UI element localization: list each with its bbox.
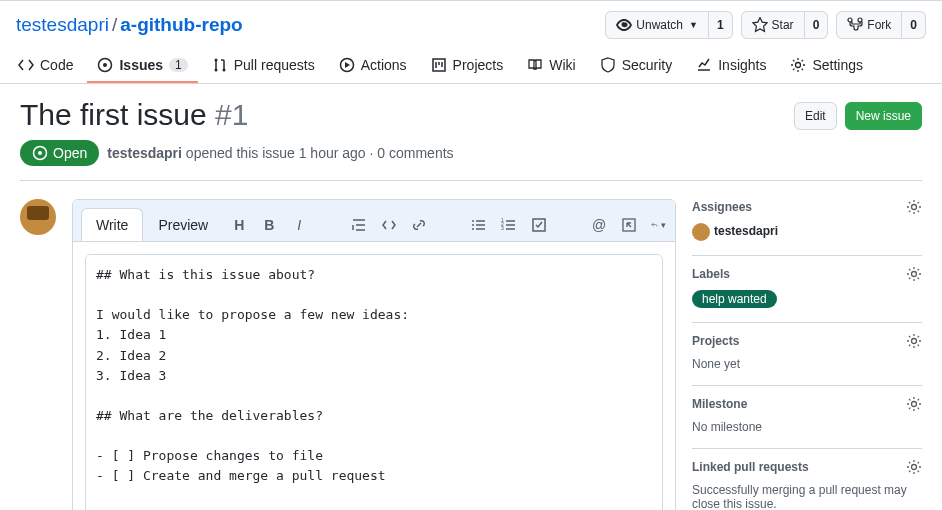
shield-icon [600, 57, 616, 73]
comment-textarea[interactable] [85, 254, 663, 510]
svg-point-11 [472, 224, 474, 226]
issue-icon [97, 57, 113, 73]
project-icon [431, 57, 447, 73]
tab-insights[interactable]: Insights [686, 49, 776, 83]
gear-icon[interactable] [906, 333, 922, 349]
code-icon[interactable] [381, 217, 397, 233]
fork-icon [847, 17, 863, 33]
star-count[interactable]: 0 [805, 11, 829, 39]
pull-icon [212, 57, 228, 73]
svg-point-12 [472, 228, 474, 230]
link-icon[interactable] [411, 217, 427, 233]
svg-point-7 [796, 63, 801, 68]
svg-point-2 [214, 59, 217, 62]
italic-icon[interactable]: I [291, 217, 307, 233]
tasklist-icon[interactable] [531, 217, 547, 233]
svg-point-4 [222, 69, 225, 72]
tab-actions[interactable]: Actions [329, 49, 417, 83]
milestone-body: No milestone [692, 420, 922, 434]
mention-icon[interactable]: @ [591, 217, 607, 233]
gear-icon[interactable] [906, 396, 922, 412]
book-icon [527, 57, 543, 73]
tab-settings[interactable]: Settings [780, 49, 873, 83]
svg-point-22 [912, 465, 917, 470]
markdown-toolbar: H B I 123 @ ▾ [223, 217, 675, 241]
preview-tab[interactable]: Preview [143, 208, 223, 241]
heading-icon[interactable]: H [231, 217, 247, 233]
issue-open-icon [32, 145, 48, 161]
reply-icon[interactable]: ▾ [651, 217, 667, 233]
svg-point-1 [103, 63, 107, 67]
comment-editor: Write Preview H B I 123 [72, 199, 676, 510]
issues-counter: 1 [169, 58, 188, 72]
svg-point-19 [912, 272, 917, 277]
label-pill[interactable]: help wanted [692, 290, 777, 308]
repo-tabs: Code Issues1 Pull requests Actions Proje… [0, 49, 942, 83]
linked-pr-desc: Successfully merging a pull request may … [692, 483, 922, 510]
graph-icon [696, 57, 712, 73]
play-icon [339, 57, 355, 73]
ul-icon[interactable] [471, 217, 487, 233]
repo-name-link[interactable]: a-github-repo [120, 14, 242, 35]
issue-meta: testesdapri opened this issue 1 hour ago… [107, 145, 453, 161]
repo-actions: Unwatch▼ 1 Star 0 Fork 0 [605, 11, 926, 39]
star-icon [752, 17, 768, 33]
svg-point-10 [472, 220, 474, 222]
eye-icon [616, 17, 632, 33]
gear-icon [790, 57, 806, 73]
milestone-heading: Milestone [692, 397, 747, 411]
assignee-row[interactable]: testesdapri [692, 223, 922, 241]
svg-point-18 [912, 205, 917, 210]
svg-text:3: 3 [501, 225, 504, 231]
gear-icon[interactable] [906, 459, 922, 475]
ol-icon[interactable]: 123 [501, 217, 517, 233]
projects-heading: Projects [692, 334, 739, 348]
code-icon [18, 57, 34, 73]
star-button[interactable]: Star [741, 11, 805, 39]
gear-icon[interactable] [906, 199, 922, 215]
tab-code[interactable]: Code [8, 49, 83, 83]
write-tab[interactable]: Write [81, 208, 143, 241]
repo-owner-link[interactable]: testesdapri [16, 14, 109, 35]
assignees-heading: Assignees [692, 200, 752, 214]
svg-point-9 [38, 151, 42, 155]
fork-count[interactable]: 0 [902, 11, 926, 39]
state-badge: Open [20, 140, 99, 166]
issue-title: The first issue #1 [20, 98, 248, 132]
author-avatar[interactable] [20, 199, 56, 235]
reference-icon[interactable] [621, 217, 637, 233]
tab-security[interactable]: Security [590, 49, 683, 83]
tab-wiki[interactable]: Wiki [517, 49, 585, 83]
fork-button[interactable]: Fork [836, 11, 902, 39]
gear-icon[interactable] [906, 266, 922, 282]
labels-heading: Labels [692, 267, 730, 281]
bold-icon[interactable]: B [261, 217, 277, 233]
watch-count[interactable]: 1 [709, 11, 733, 39]
tab-issues[interactable]: Issues1 [87, 49, 197, 83]
svg-point-3 [214, 69, 217, 72]
edit-button[interactable]: Edit [794, 102, 837, 130]
projects-body: None yet [692, 357, 922, 371]
assignee-avatar [692, 223, 710, 241]
new-issue-button[interactable]: New issue [845, 102, 922, 130]
quote-icon[interactable] [351, 217, 367, 233]
tab-projects[interactable]: Projects [421, 49, 514, 83]
breadcrumb: testesdapri/a-github-repo [16, 14, 243, 36]
tab-pulls[interactable]: Pull requests [202, 49, 325, 83]
unwatch-button[interactable]: Unwatch▼ [605, 11, 709, 39]
svg-point-20 [912, 339, 917, 344]
svg-point-21 [912, 402, 917, 407]
linked-pr-heading: Linked pull requests [692, 460, 809, 474]
